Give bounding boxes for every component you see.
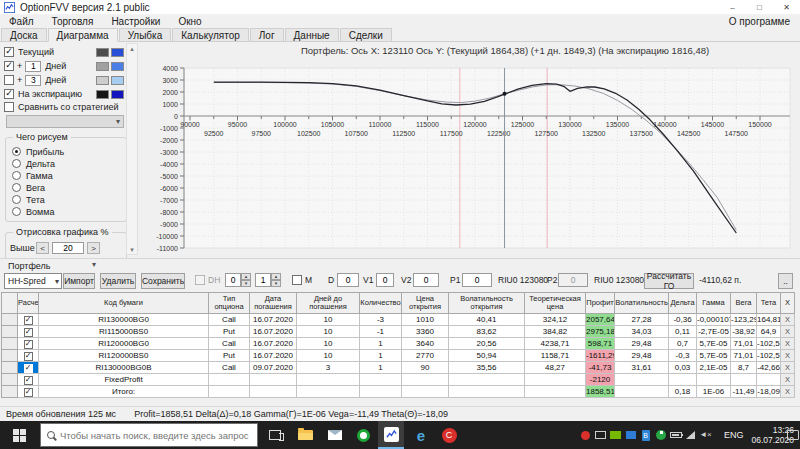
tab-данные[interactable]: Данные [285, 28, 339, 41]
nvidia-tray-icon[interactable] [608, 431, 623, 439]
display-tray-icon[interactable] [593, 431, 608, 439]
taskbar-search[interactable] [40, 423, 258, 447]
calc-checkbox[interactable] [24, 340, 33, 349]
m-checkbox[interactable] [292, 275, 302, 285]
scroll-up-icon[interactable]: ▴ [130, 44, 134, 53]
stats-tray-icon[interactable] [653, 430, 668, 440]
v1-input[interactable] [376, 273, 394, 287]
volume-muted-tray-icon[interactable]: ◄× [698, 430, 713, 440]
draw-option-radio[interactable] [12, 159, 21, 168]
draw-option-radio[interactable] [12, 183, 21, 192]
draw-option-radio[interactable] [12, 171, 21, 180]
spinner-2-arrows[interactable]: ▴▾ [271, 273, 281, 287]
table-row[interactable]: RI115000BS0Put16.07.202010-1336083,62384… [2, 326, 795, 338]
series-visible-checkbox[interactable] [4, 47, 14, 57]
calc-checkbox-cell[interactable] [18, 314, 39, 326]
edge-button[interactable]: e [408, 421, 434, 449]
battery-tray-icon[interactable] [668, 432, 683, 438]
tab-улыбка[interactable]: Улыбка [119, 28, 172, 41]
import-button[interactable]: Импорт [63, 273, 95, 289]
table-row[interactable]: RI120000BG0Call16.07.2020101364020,56423… [2, 338, 795, 350]
network-app-tray-icon[interactable] [623, 431, 638, 439]
mail-button[interactable] [322, 421, 348, 449]
color-swatch[interactable] [111, 76, 124, 85]
menu-item-about[interactable]: О программе [719, 16, 800, 27]
increase-button[interactable]: > [87, 242, 100, 254]
close-button[interactable]: ✕ [773, 0, 800, 15]
calc-checkbox-cell[interactable] [18, 338, 39, 350]
save-button[interactable]: Сохранить [141, 273, 185, 289]
p1-input[interactable] [462, 273, 492, 287]
collapse-chevron-icon[interactable]: ▾ [92, 260, 96, 269]
search-input[interactable] [60, 430, 251, 441]
d-input[interactable] [337, 273, 359, 287]
menu-item-окно[interactable]: Окно [169, 15, 210, 28]
tab-доска[interactable]: Доска [1, 28, 47, 41]
delete-row-cell[interactable]: X [781, 326, 795, 338]
color-swatch[interactable] [96, 62, 109, 71]
decrease-button[interactable]: < [36, 242, 49, 254]
strategy-combo[interactable]: НН-Spred [4, 273, 62, 289]
calc-margin-button[interactable]: Рассчитать ГО [644, 273, 694, 289]
spinner-2-input[interactable] [255, 273, 271, 287]
draw-option-radio[interactable] [12, 207, 21, 216]
table-row[interactable]: FixedProfit-2120X [2, 374, 795, 386]
series-visible-checkbox[interactable] [4, 75, 14, 85]
color-swatch[interactable] [96, 48, 109, 57]
strategy-select[interactable] [6, 115, 124, 128]
calc-checkbox[interactable] [24, 316, 33, 325]
maximize-button[interactable]: □ [746, 0, 773, 15]
wifi-tray-icon[interactable] [683, 431, 698, 439]
calc-checkbox-cell[interactable] [18, 362, 39, 374]
calc-checkbox[interactable] [24, 328, 33, 337]
color-swatch[interactable] [96, 76, 109, 85]
spinner-1-arrows[interactable]: ▴▾ [241, 273, 251, 287]
file-explorer-button[interactable] [292, 421, 318, 449]
delete-row-cell[interactable]: X [781, 374, 795, 386]
calc-checkbox-cell[interactable] [18, 326, 39, 338]
tab-диаграмма[interactable]: Диаграмма [48, 28, 118, 42]
calc-checkbox-cell[interactable] [18, 386, 39, 398]
ccleaner-button[interactable]: C [436, 421, 462, 449]
menu-item-файл[interactable]: Файл [0, 15, 43, 28]
tab-калькулятор[interactable]: Калькулятор [172, 28, 249, 41]
color-swatch[interactable] [111, 48, 124, 57]
draw-option-radio[interactable] [12, 147, 21, 156]
calc-checkbox[interactable] [24, 376, 33, 385]
table-row[interactable]: RI120000BS0Put16.07.2020101277050,941158… [2, 350, 795, 362]
tab-лог[interactable]: Лог [250, 28, 284, 41]
delete-row-cell[interactable]: X [781, 338, 795, 350]
calc-checkbox-cell[interactable] [18, 350, 39, 362]
panel-scrollbar[interactable]: ▴ ▾ [126, 43, 138, 255]
table-row[interactable]: RI130000BG0Call16.07.202010-3101040,4132… [2, 314, 795, 326]
compare-strategy-checkbox[interactable] [4, 102, 14, 112]
profit-chart[interactable]: 40003000200010000-1000-2000-3000-4000-50… [140, 42, 800, 258]
calc-checkbox[interactable] [24, 388, 33, 397]
delete-row-cell[interactable]: X [781, 362, 795, 374]
minimize-button[interactable]: – [719, 0, 746, 15]
calc-checkbox[interactable] [24, 364, 33, 373]
delete-row-cell[interactable]: X [781, 350, 795, 362]
ccleaner-tray-icon[interactable] [578, 431, 593, 440]
delete-row-cell[interactable]: X [781, 314, 795, 326]
menu-item-настройки[interactable]: Настройки [102, 15, 169, 28]
percent-input[interactable] [52, 242, 84, 254]
calc-checkbox[interactable] [24, 352, 33, 361]
language-indicator[interactable]: ENG [724, 421, 744, 449]
delete-button[interactable]: Удалить [100, 273, 136, 289]
table-row[interactable]: Итого:1858,510,181E-06-11,49-18,09X [2, 386, 795, 398]
color-swatch[interactable] [111, 62, 124, 71]
task-view-button[interactable] [262, 421, 288, 449]
notification-center-button[interactable] [785, 421, 800, 449]
table-row[interactable]: RI130000BG0BCall09.07.2020319035,5648,27… [2, 362, 795, 374]
dh-checkbox[interactable] [195, 275, 205, 285]
p2-input[interactable] [558, 273, 588, 287]
v2-input[interactable] [413, 273, 439, 287]
color-swatch[interactable] [96, 90, 109, 99]
quik-button[interactable] [350, 421, 376, 449]
days-input[interactable] [25, 75, 41, 86]
series-visible-checkbox[interactable] [4, 61, 14, 71]
days-input[interactable] [25, 61, 41, 72]
draw-option-radio[interactable] [12, 195, 21, 204]
delete-row-cell[interactable]: X [781, 386, 795, 398]
